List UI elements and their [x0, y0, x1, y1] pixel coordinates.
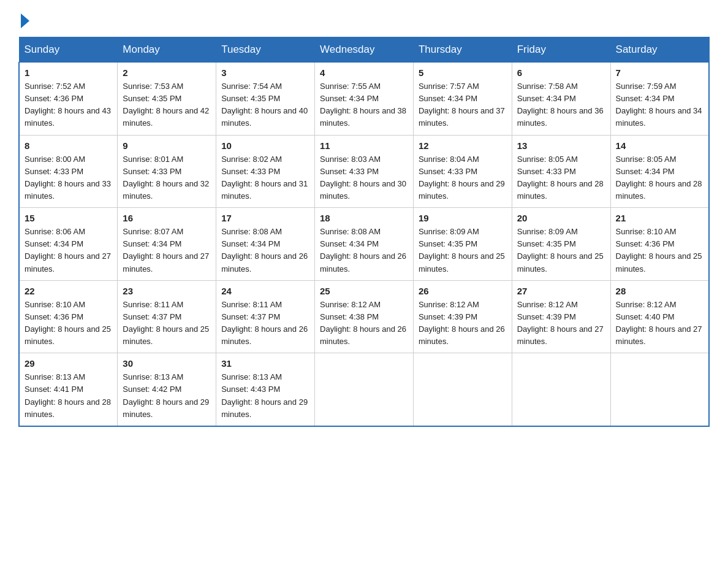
calendar-week-1: 1 Sunrise: 7:52 AMSunset: 4:36 PMDayligh…	[19, 63, 709, 136]
day-info: Sunrise: 8:06 AMSunset: 4:34 PMDaylight:…	[25, 227, 111, 273]
day-info: Sunrise: 8:05 AMSunset: 4:34 PMDaylight:…	[616, 155, 702, 201]
calendar-cell: 22 Sunrise: 8:10 AMSunset: 4:36 PMDaylig…	[19, 280, 118, 353]
day-number: 4	[320, 67, 408, 78]
calendar-header: SundayMondayTuesdayWednesdayThursdayFrid…	[19, 37, 709, 63]
day-number: 29	[25, 358, 112, 369]
calendar-cell: 5 Sunrise: 7:57 AMSunset: 4:34 PMDayligh…	[413, 63, 512, 136]
day-number: 19	[419, 213, 507, 223]
day-number: 11	[320, 140, 408, 151]
day-number: 27	[517, 286, 605, 296]
days-of-week-row: SundayMondayTuesdayWednesdayThursdayFrid…	[19, 37, 709, 63]
day-number: 25	[320, 286, 408, 296]
day-of-week-wednesday: Wednesday	[315, 37, 414, 63]
calendar-cell: 11 Sunrise: 8:03 AMSunset: 4:33 PMDaylig…	[315, 135, 414, 208]
day-number: 1	[25, 67, 112, 78]
day-number: 13	[517, 140, 605, 151]
day-number: 14	[616, 140, 703, 151]
day-info: Sunrise: 8:12 AMSunset: 4:38 PMDaylight:…	[320, 300, 406, 346]
calendar-cell	[413, 353, 512, 426]
day-info: Sunrise: 7:59 AMSunset: 4:34 PMDaylight:…	[616, 82, 702, 128]
day-number: 18	[320, 213, 408, 223]
calendar-cell: 25 Sunrise: 8:12 AMSunset: 4:38 PMDaylig…	[315, 280, 414, 353]
day-of-week-sunday: Sunday	[19, 37, 118, 63]
day-of-week-friday: Friday	[512, 37, 610, 63]
day-info: Sunrise: 8:00 AMSunset: 4:33 PMDaylight:…	[25, 155, 111, 201]
day-of-week-thursday: Thursday	[413, 37, 512, 63]
calendar-cell: 8 Sunrise: 8:00 AMSunset: 4:33 PMDayligh…	[19, 135, 118, 208]
calendar-cell: 10 Sunrise: 8:02 AMSunset: 4:33 PMDaylig…	[216, 135, 315, 208]
day-number: 23	[123, 286, 211, 296]
day-info: Sunrise: 8:12 AMSunset: 4:40 PMDaylight:…	[616, 300, 702, 346]
day-info: Sunrise: 8:03 AMSunset: 4:33 PMDaylight:…	[320, 155, 406, 201]
calendar-cell: 18 Sunrise: 8:08 AMSunset: 4:34 PMDaylig…	[315, 208, 414, 281]
day-info: Sunrise: 8:10 AMSunset: 4:36 PMDaylight:…	[616, 227, 702, 273]
day-info: Sunrise: 8:05 AMSunset: 4:33 PMDaylight:…	[517, 155, 604, 201]
calendar-cell: 1 Sunrise: 7:52 AMSunset: 4:36 PMDayligh…	[19, 63, 118, 136]
day-number: 9	[123, 140, 211, 151]
day-info: Sunrise: 7:58 AMSunset: 4:34 PMDaylight:…	[517, 82, 604, 128]
day-number: 8	[25, 140, 112, 151]
day-info: Sunrise: 8:13 AMSunset: 4:42 PMDaylight:…	[123, 372, 209, 418]
day-info: Sunrise: 8:09 AMSunset: 4:35 PMDaylight:…	[419, 227, 505, 273]
day-number: 28	[616, 286, 703, 296]
logo	[18, 12, 29, 26]
day-number: 31	[221, 358, 309, 369]
calendar-cell: 28 Sunrise: 8:12 AMSunset: 4:40 PMDaylig…	[610, 280, 709, 353]
day-number: 3	[221, 67, 309, 78]
calendar-cell: 6 Sunrise: 7:58 AMSunset: 4:34 PMDayligh…	[512, 63, 610, 136]
calendar-cell: 9 Sunrise: 8:01 AMSunset: 4:33 PMDayligh…	[118, 135, 216, 208]
day-number: 15	[25, 213, 112, 223]
calendar-cell: 17 Sunrise: 8:08 AMSunset: 4:34 PMDaylig…	[216, 208, 315, 281]
day-info: Sunrise: 8:04 AMSunset: 4:33 PMDaylight:…	[419, 155, 505, 201]
day-number: 30	[123, 358, 211, 369]
day-number: 17	[221, 213, 309, 223]
calendar-cell: 31 Sunrise: 8:13 AMSunset: 4:43 PMDaylig…	[216, 353, 315, 426]
day-info: Sunrise: 8:08 AMSunset: 4:34 PMDaylight:…	[320, 227, 406, 273]
day-info: Sunrise: 8:02 AMSunset: 4:33 PMDaylight:…	[221, 155, 308, 201]
calendar-cell: 3 Sunrise: 7:54 AMSunset: 4:35 PMDayligh…	[216, 63, 315, 136]
day-number: 22	[25, 286, 112, 296]
day-info: Sunrise: 7:55 AMSunset: 4:34 PMDaylight:…	[320, 82, 406, 128]
day-number: 7	[616, 67, 703, 78]
day-info: Sunrise: 8:12 AMSunset: 4:39 PMDaylight:…	[419, 300, 505, 346]
calendar-cell: 24 Sunrise: 8:11 AMSunset: 4:37 PMDaylig…	[216, 280, 315, 353]
day-info: Sunrise: 8:08 AMSunset: 4:34 PMDaylight:…	[221, 227, 308, 273]
calendar-cell: 13 Sunrise: 8:05 AMSunset: 4:33 PMDaylig…	[512, 135, 610, 208]
day-number: 20	[517, 213, 605, 223]
calendar-cell: 29 Sunrise: 8:13 AMSunset: 4:41 PMDaylig…	[19, 353, 118, 426]
calendar-cell	[315, 353, 414, 426]
day-number: 21	[616, 213, 703, 223]
calendar-cell: 7 Sunrise: 7:59 AMSunset: 4:34 PMDayligh…	[610, 63, 709, 136]
calendar-cell: 15 Sunrise: 8:06 AMSunset: 4:34 PMDaylig…	[19, 208, 118, 281]
day-number: 24	[221, 286, 309, 296]
day-of-week-monday: Monday	[118, 37, 216, 63]
calendar-cell: 20 Sunrise: 8:09 AMSunset: 4:35 PMDaylig…	[512, 208, 610, 281]
calendar-cell: 14 Sunrise: 8:05 AMSunset: 4:34 PMDaylig…	[610, 135, 709, 208]
calendar-week-5: 29 Sunrise: 8:13 AMSunset: 4:41 PMDaylig…	[19, 353, 709, 426]
day-number: 6	[517, 67, 605, 78]
day-info: Sunrise: 8:13 AMSunset: 4:41 PMDaylight:…	[25, 372, 111, 418]
day-number: 5	[419, 67, 507, 78]
page-header	[18, 12, 710, 26]
calendar-cell: 23 Sunrise: 8:11 AMSunset: 4:37 PMDaylig…	[118, 280, 216, 353]
calendar-week-2: 8 Sunrise: 8:00 AMSunset: 4:33 PMDayligh…	[19, 135, 709, 208]
day-of-week-saturday: Saturday	[610, 37, 709, 63]
day-info: Sunrise: 8:01 AMSunset: 4:33 PMDaylight:…	[123, 155, 209, 201]
calendar-cell: 21 Sunrise: 8:10 AMSunset: 4:36 PMDaylig…	[610, 208, 709, 281]
day-info: Sunrise: 7:52 AMSunset: 4:36 PMDaylight:…	[25, 82, 111, 128]
day-number: 2	[123, 67, 211, 78]
calendar-week-3: 15 Sunrise: 8:06 AMSunset: 4:34 PMDaylig…	[19, 208, 709, 281]
logo-arrow-icon	[21, 13, 29, 28]
day-of-week-tuesday: Tuesday	[216, 37, 315, 63]
calendar-cell: 12 Sunrise: 8:04 AMSunset: 4:33 PMDaylig…	[413, 135, 512, 208]
day-info: Sunrise: 7:53 AMSunset: 4:35 PMDaylight:…	[123, 82, 209, 128]
day-info: Sunrise: 8:07 AMSunset: 4:34 PMDaylight:…	[123, 227, 209, 273]
calendar-cell	[512, 353, 610, 426]
calendar-cell: 19 Sunrise: 8:09 AMSunset: 4:35 PMDaylig…	[413, 208, 512, 281]
calendar-cell: 4 Sunrise: 7:55 AMSunset: 4:34 PMDayligh…	[315, 63, 414, 136]
day-info: Sunrise: 8:13 AMSunset: 4:43 PMDaylight:…	[221, 372, 308, 418]
calendar-table: SundayMondayTuesdayWednesdayThursdayFrid…	[18, 37, 710, 427]
day-info: Sunrise: 8:11 AMSunset: 4:37 PMDaylight:…	[221, 300, 308, 346]
calendar-cell: 30 Sunrise: 8:13 AMSunset: 4:42 PMDaylig…	[118, 353, 216, 426]
day-info: Sunrise: 8:10 AMSunset: 4:36 PMDaylight:…	[25, 300, 111, 346]
